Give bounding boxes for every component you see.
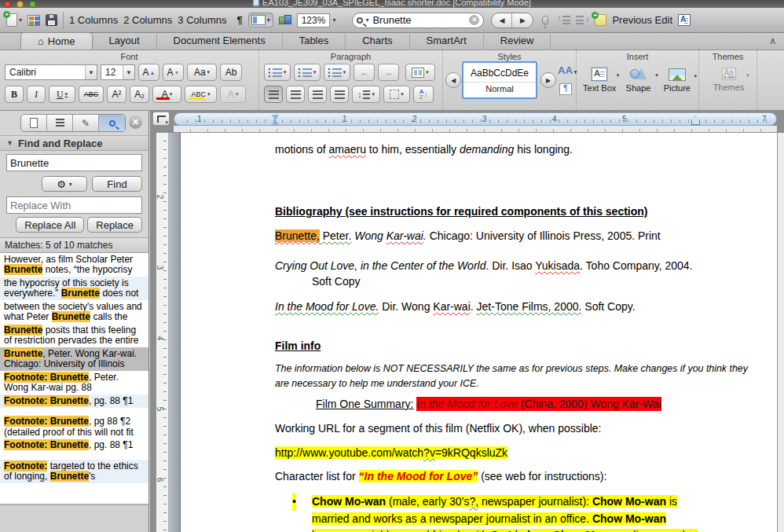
decrease-indent-button[interactable]: ←	[354, 64, 375, 81]
align-left-button[interactable]	[264, 86, 283, 103]
styles-next-button[interactable]: ▶	[540, 72, 556, 88]
vertical-ruler[interactable]: 2 3 4 5 6	[156, 133, 169, 532]
match-row[interactable]: Footnote: targeted to the ethics of long…	[0, 460, 148, 483]
vertical-scrollbar[interactable]	[777, 133, 784, 532]
borders-button[interactable]: ▾	[383, 86, 410, 103]
document-map-pane-button[interactable]	[47, 115, 73, 131]
character-list-label[interactable]: Character list for “In the Mood for Love…	[275, 470, 606, 482]
shrink-font-button[interactable]: A▼	[163, 64, 184, 81]
change-case-button[interactable]: Aa▾	[187, 64, 217, 81]
media-browser-button[interactable]	[279, 15, 291, 26]
list-up-icon[interactable]: ↑	[557, 15, 570, 25]
font-size-combo[interactable]: 12▼	[101, 64, 135, 80]
bibliography-entry-continued[interactable]: Soft Copy	[312, 275, 360, 288]
microphone-icon[interactable]	[542, 16, 548, 25]
bibliography-heading[interactable]: Bibliography (see instructions for requi…	[275, 205, 648, 218]
new-comment-icon[interactable]: +	[595, 14, 606, 26]
match-row[interactable]: between the society's values and what Pe…	[0, 300, 148, 324]
find-next-button[interactable]: ▶	[512, 13, 533, 28]
find-pane-button[interactable]	[99, 115, 125, 131]
text-highlight-button[interactable]: ABC▾	[185, 86, 217, 103]
new-document-button[interactable]: +▾	[6, 13, 22, 27]
line-spacing-button[interactable]: ↕▾	[352, 86, 380, 103]
strikethrough-button[interactable]: ABC	[79, 86, 104, 103]
close-sidebar-icon[interactable]: ✕	[129, 116, 142, 129]
increase-indent-button[interactable]: →	[378, 64, 399, 81]
match-row[interactable]: However, as film Scholar Peter Brunette …	[0, 253, 148, 277]
sort-button[interactable]: AZ↓	[413, 86, 434, 103]
underline-button[interactable]: U▾	[49, 86, 75, 103]
style-preview[interactable]: AaBbCcDdEe Normal	[462, 61, 537, 99]
tab-stop-selector-button[interactable]	[152, 112, 170, 126]
url-label[interactable]: Working URL for a segment of this film (…	[275, 422, 601, 435]
collapse-ribbon-button[interactable]: ∧	[769, 35, 776, 46]
paragraph[interactable]: motions of amaeru to him, essentially de…	[275, 143, 573, 156]
tab-charts[interactable]: Charts	[346, 32, 409, 50]
instructions-note[interactable]: The information below is NOT NECESSARILY…	[275, 361, 748, 391]
bold-button[interactable]: B	[5, 86, 24, 103]
tab-review[interactable]: Review	[484, 32, 551, 50]
search-input[interactable]	[371, 13, 467, 27]
match-row[interactable]: Footnote: Brunette, pg. 88 ¶1	[0, 439, 148, 453]
reference-tools-icon[interactable]	[678, 14, 691, 26]
bullets-button[interactable]: ▾	[264, 64, 291, 81]
find-button[interactable]: Find	[92, 176, 142, 192]
tab-home[interactable]: ⌂Home	[20, 32, 93, 50]
multilevel-list-button[interactable]: ▾	[324, 64, 350, 81]
clear-search-icon[interactable]: ✕	[469, 15, 479, 25]
toolbar-search-field[interactable]: ▾ ✕	[352, 13, 484, 28]
clear-formatting-button[interactable]: Ab	[220, 64, 242, 81]
italic-button[interactable]: I	[27, 86, 46, 103]
match-row[interactable]: Footnote: Brunette, pg 88 ¶2 (detailed p…	[0, 416, 148, 439]
list-down-icon[interactable]: ↓	[576, 15, 589, 25]
zoom-control[interactable]: 123%▾	[297, 13, 336, 28]
three-columns-button[interactable]: 3 Columns	[178, 14, 226, 26]
columns-button[interactable]: ▾	[405, 64, 435, 81]
view-layout-control[interactable]: ▾	[248, 13, 273, 28]
replace-button[interactable]: Replace	[87, 217, 142, 233]
font-family-combo[interactable]: Calibri▼	[5, 64, 97, 80]
text-box-button[interactable]: ▾Text Box	[581, 68, 617, 93]
bibliography-entry[interactable]: In the Mood for Love. Dir. Wong Kar-wai.…	[275, 300, 636, 313]
superscript-button[interactable]: A²	[107, 86, 126, 103]
find-previous-button[interactable]: ◀	[492, 13, 512, 28]
change-styles-button[interactable]: AA▾	[558, 64, 577, 76]
bibliography-entry[interactable]: Crying Out Love, in the Center of the Wo…	[275, 259, 693, 272]
zoom-value[interactable]: 123%	[297, 13, 331, 28]
bibliography-entry[interactable]: Brunette, Peter. Wong Kar-wai. Chicago: …	[275, 229, 661, 242]
save-button[interactable]	[46, 14, 57, 26]
match-row[interactable]: Footnote: Brunette, pg. 88 ¶1	[0, 394, 148, 408]
grow-font-button[interactable]: A▲	[138, 64, 159, 81]
subscript-button[interactable]: A₂	[130, 86, 149, 103]
tab-tables[interactable]: Tables	[283, 32, 346, 50]
tab-smartart[interactable]: SmartArt	[410, 32, 484, 50]
tab-document-elements[interactable]: Document Elements	[157, 32, 283, 50]
tab-layout[interactable]: Layout	[93, 32, 157, 50]
replace-all-button[interactable]: Replace All	[16, 217, 84, 233]
find-replace-header[interactable]: ▼ Find and Replace	[0, 135, 148, 151]
film-info-heading[interactable]: Film info	[275, 339, 321, 352]
align-center-button[interactable]	[286, 86, 305, 103]
two-columns-button[interactable]: 2 Columns	[123, 14, 172, 26]
document-page[interactable]: motions of amaeru to him, essentially de…	[180, 133, 777, 532]
find-options-button[interactable]: ⚙▾	[42, 176, 87, 192]
themes-button[interactable]: Aa▾Themes	[710, 68, 748, 92]
match-row-selected[interactable]: Brunette, Peter. Wong Kar-wai. Chicago: …	[0, 347, 148, 371]
gallery-button[interactable]	[27, 15, 40, 26]
show-formatting-marks-button[interactable]: ¶	[236, 14, 242, 26]
match-row[interactable]: the hypocrisy of this society is everywh…	[0, 277, 148, 300]
one-column-button[interactable]: 1 Columns	[69, 14, 118, 26]
text-effects-button[interactable]: A▾	[220, 86, 246, 103]
match-row[interactable]: Brunette posits that this feeling of res…	[0, 324, 148, 347]
font-color-button[interactable]: A▾	[152, 86, 181, 103]
thumbnails-pane-button[interactable]	[21, 115, 47, 131]
picture-button[interactable]: ▾Picture	[659, 68, 695, 93]
align-right-button[interactable]	[308, 86, 327, 103]
styles-previous-button[interactable]: ◀	[445, 72, 461, 88]
bullet-item[interactable]: • Chow Mo-wan (male, early 30’s?, newspa…	[292, 493, 698, 532]
tab-well[interactable]	[174, 126, 777, 133]
horizontal-ruler[interactable]: 1 1 2 3 4 5 7	[174, 112, 777, 126]
justify-button[interactable]	[330, 86, 349, 103]
film-summary-line[interactable]: Film One Summary: In the Mood for Love (…	[316, 398, 661, 410]
review-pane-button[interactable]: ✎	[73, 115, 99, 131]
